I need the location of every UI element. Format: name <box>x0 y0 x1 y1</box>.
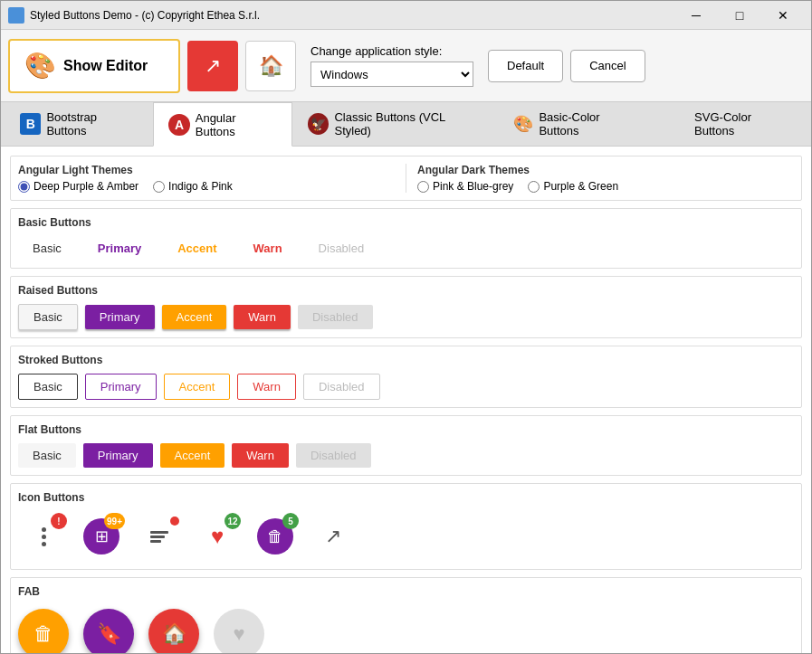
fab-section: FAB 🗑 🔖 🏠 ♥ <box>10 577 802 653</box>
stroked-primary-button[interactable]: Primary <box>85 374 157 400</box>
basic-primary-button[interactable]: Primary <box>83 236 156 261</box>
light-theme-options: Deep Purple & Amber Indigo & Pink <box>18 180 395 193</box>
tab-angular[interactable]: A Angular Buttons <box>153 102 292 147</box>
indigo-pink-label: Indigo & Pink <box>168 180 233 193</box>
stroked-accent-button[interactable]: Accent <box>164 374 231 400</box>
style-actions: Default Cancel <box>488 50 645 82</box>
stroked-disabled-button: Disabled <box>303 374 380 400</box>
svg-color-tab-label: SVG-Color Buttons <box>694 110 792 137</box>
flat-basic-button[interactable]: Basic <box>18 443 76 468</box>
tab-classic[interactable]: 🦅 Classic Buttons (VCL Styled) <box>292 102 497 146</box>
default-button[interactable]: Default <box>488 50 563 82</box>
basic-buttons-section: Basic Buttons Basic Primary Accent Warn … <box>10 208 802 269</box>
minimize-button[interactable]: ─ <box>675 5 717 26</box>
icon-btn-dots[interactable]: ! <box>18 511 69 562</box>
show-editor-button[interactable]: 🎨 Show Editor <box>8 39 180 93</box>
indigo-pink-option[interactable]: Indigo & Pink <box>153 180 233 193</box>
pink-blue-grey-label: Pink & Blue-grey <box>433 180 513 193</box>
external-link-button[interactable]: ↗ <box>187 41 238 91</box>
raised-warn-button[interactable]: Warn <box>234 305 291 329</box>
deep-purple-amber-radio[interactable] <box>18 181 30 193</box>
raised-buttons-row: Basic Primary Accent Warn Disabled <box>18 304 794 330</box>
close-button[interactable]: ✕ <box>762 5 804 26</box>
theme-row: Angular Light Themes Deep Purple & Amber… <box>10 156 802 201</box>
tab-basic-color[interactable]: 🎨 Basic-Color Buttons <box>497 102 656 146</box>
fab-heart-disabled: ♥ <box>214 609 264 653</box>
badge-exclamation: ! <box>51 513 67 529</box>
pink-blue-grey-radio[interactable] <box>417 181 429 193</box>
flat-disabled-button: Disabled <box>296 443 371 468</box>
icon-btn-list[interactable] <box>134 511 185 562</box>
basic-basic-button[interactable]: Basic <box>18 236 76 261</box>
titlebar-left: Styled Buttons Demo - (c) Copyright Ethe… <box>8 7 260 24</box>
list-icon <box>150 531 168 543</box>
menu-icon: ⊞ <box>95 526 109 546</box>
pink-blue-grey-option[interactable]: Pink & Blue-grey <box>417 180 513 193</box>
fab-title: FAB <box>18 585 794 598</box>
raised-buttons-section: Raised Buttons Basic Primary Accent Warn… <box>10 276 802 338</box>
style-label: Change application style: <box>310 44 473 58</box>
tabs: B Bootstrap Buttons A Angular Buttons 🦅 … <box>1 102 811 147</box>
style-section: Change application style: Windows Window… <box>310 44 473 87</box>
basic-accent-button[interactable]: Accent <box>163 236 231 261</box>
purple-green-radio[interactable] <box>528 181 540 193</box>
icon-btn-external[interactable]: ↗ <box>308 511 358 562</box>
badge-red-dot <box>170 517 179 526</box>
stroked-basic-button[interactable]: Basic <box>18 374 78 400</box>
svg-color-tab-icon <box>672 115 690 133</box>
classic-tab-label: Classic Buttons (VCL Styled) <box>334 110 482 137</box>
flat-buttons-section: Flat Buttons Basic Primary Accent Warn D… <box>10 415 802 476</box>
angular-tab-icon: A <box>168 114 189 136</box>
maximize-button[interactable]: □ <box>719 5 760 26</box>
cancel-button[interactable]: Cancel <box>570 50 645 82</box>
basic-buttons-title: Basic Buttons <box>18 216 794 229</box>
flat-primary-button[interactable]: Primary <box>83 443 153 468</box>
flat-warn-button[interactable]: Warn <box>232 443 289 468</box>
deep-purple-amber-label: Deep Purple & Amber <box>33 180 139 193</box>
home-icon: 🏠 <box>259 54 283 78</box>
purple-green-label: Purple & Green <box>543 180 618 193</box>
fab-bookmark-icon: 🔖 <box>97 622 121 646</box>
flat-accent-button[interactable]: Accent <box>160 443 225 468</box>
external-link-icon2: ↗ <box>325 525 341 548</box>
flat-buttons-title: Flat Buttons <box>18 423 794 436</box>
raised-basic-button[interactable]: Basic <box>18 304 78 330</box>
purple-green-option[interactable]: Purple & Green <box>528 180 618 193</box>
trash-icon: 🗑 <box>267 527 283 546</box>
tab-bootstrap[interactable]: B Bootstrap Buttons <box>5 102 153 146</box>
external-link-icon: ↗ <box>205 54 221 78</box>
raised-primary-button[interactable]: Primary <box>85 305 155 329</box>
dark-themes-group: Angular Dark Themes Pink & Blue-grey Pur… <box>417 164 794 193</box>
stroked-buttons-section: Stroked Buttons Basic Primary Accent War… <box>10 346 802 408</box>
icon-btn-trash[interactable]: 🗑 5 <box>250 511 301 562</box>
fab-home[interactable]: 🏠 <box>148 609 199 653</box>
home-button[interactable]: 🏠 <box>245 41 296 91</box>
heart-icon: ♥ <box>211 524 224 549</box>
fab-trash[interactable]: 🗑 <box>18 609 69 653</box>
icon-buttons-section: Icon Buttons ! ⊞ <box>10 483 802 570</box>
basic-color-tab-label: Basic-Color Buttons <box>539 110 640 137</box>
stroked-buttons-title: Stroked Buttons <box>18 354 794 366</box>
raised-accent-button[interactable]: Accent <box>162 305 227 329</box>
show-editor-label: Show Editor <box>63 58 148 74</box>
main-window: Styled Buttons Demo - (c) Copyright Ethe… <box>0 0 812 654</box>
stroked-warn-button[interactable]: Warn <box>237 374 296 400</box>
palette-icon: 🎨 <box>24 51 56 81</box>
app-icon <box>8 7 24 24</box>
indigo-pink-radio[interactable] <box>153 181 165 193</box>
titlebar-controls: ─ □ ✕ <box>675 5 804 26</box>
basic-warn-button[interactable]: Warn <box>239 236 297 261</box>
deep-purple-amber-option[interactable]: Deep Purple & Amber <box>18 180 139 193</box>
stroked-buttons-row: Basic Primary Accent Warn Disabled <box>18 374 794 400</box>
icon-btn-menu[interactable]: ⊞ 99+ <box>76 511 127 562</box>
fab-bookmark[interactable]: 🔖 <box>83 609 134 653</box>
flat-buttons-row: Basic Primary Accent Warn Disabled <box>18 443 794 468</box>
icon-btn-heart[interactable]: ♥ 12 <box>192 511 243 562</box>
fab-row: 🗑 🔖 🏠 ♥ <box>18 605 794 653</box>
dark-theme-options: Pink & Blue-grey Purple & Green <box>417 180 794 193</box>
fab-home-icon: 🏠 <box>162 622 186 646</box>
style-select[interactable]: Windows Windows10 Mac VCL <box>310 62 473 87</box>
light-themes-group: Angular Light Themes Deep Purple & Amber… <box>18 164 395 193</box>
tab-svg-color[interactable]: SVG-Color Buttons <box>656 102 807 146</box>
icon-buttons-title: Icon Buttons <box>18 491 794 504</box>
